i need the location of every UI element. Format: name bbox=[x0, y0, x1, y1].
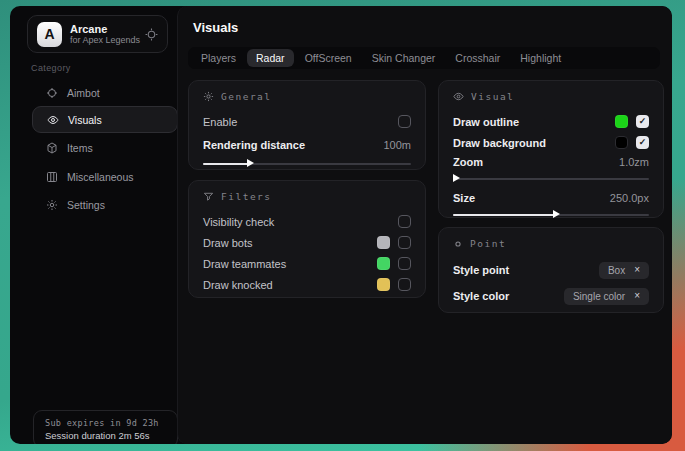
eye-icon bbox=[453, 91, 464, 102]
draw-teammates-row: Draw teammates bbox=[203, 253, 411, 274]
tab-offscreen[interactable]: OffScreen bbox=[296, 49, 361, 67]
draw-outline-color-swatch[interactable] bbox=[615, 115, 628, 128]
focus-target-icon[interactable] bbox=[145, 28, 158, 41]
tab-highlight[interactable]: Highlight bbox=[511, 49, 570, 67]
crosshair-icon bbox=[46, 87, 58, 99]
draw-background-row: Draw background ✓ bbox=[453, 132, 649, 153]
tab-strip: Players Radar OffScreen Skin Changer Cro… bbox=[188, 47, 660, 69]
visibility-check-checkbox[interactable] bbox=[398, 215, 411, 228]
visibility-check-label: Visibility check bbox=[203, 216, 274, 228]
general-card-title: General bbox=[221, 91, 272, 102]
sun-icon bbox=[203, 91, 214, 102]
sidebar-item-label: Aimbot bbox=[67, 87, 100, 99]
slider-fill bbox=[203, 163, 249, 165]
sidebar-item-items[interactable]: Items bbox=[32, 134, 178, 161]
filters-card-header: Filters bbox=[203, 191, 411, 202]
style-point-label: Style point bbox=[453, 264, 509, 276]
size-slider[interactable] bbox=[453, 210, 649, 219]
rendering-distance-label: Rendering distance bbox=[203, 139, 305, 151]
main-panel: Visuals Players Radar OffScreen Skin Cha… bbox=[177, 6, 672, 444]
sidebar-item-label: Visuals bbox=[68, 114, 102, 126]
zoom-label: Zoom bbox=[453, 156, 483, 168]
draw-background-label: Draw background bbox=[453, 137, 546, 149]
draw-knocked-checkbox[interactable] bbox=[398, 278, 411, 291]
style-color-label: Style color bbox=[453, 290, 509, 302]
draw-background-checkbox[interactable]: ✓ bbox=[636, 136, 649, 149]
close-icon[interactable]: × bbox=[634, 291, 640, 301]
sidebar-item-aimbot[interactable]: Aimbot bbox=[32, 79, 178, 106]
tab-radar[interactable]: Radar bbox=[247, 49, 294, 67]
draw-teammates-label: Draw teammates bbox=[203, 258, 286, 270]
gear-icon bbox=[46, 199, 58, 211]
app-title: Arcane bbox=[70, 23, 137, 36]
style-color-select[interactable]: Single color × bbox=[564, 288, 649, 305]
size-value: 250.0px bbox=[610, 192, 649, 204]
rendering-distance-row: Rendering distance 100m bbox=[203, 134, 411, 155]
sidebar: A Arcane for Apex Legends Category bbox=[10, 6, 177, 444]
style-color-row: Style color Single color × bbox=[453, 284, 649, 308]
point-card: Point Style point Box × Style color Sing… bbox=[438, 227, 664, 313]
session-info-card: Sub expires in 9d 23h Session duration 2… bbox=[33, 410, 178, 444]
draw-teammates-color-swatch[interactable] bbox=[377, 257, 390, 270]
enable-row: Enable bbox=[203, 111, 411, 132]
zoom-row: Zoom 1.0zm bbox=[453, 153, 649, 170]
draw-outline-checkbox[interactable]: ✓ bbox=[636, 115, 649, 128]
sidebar-item-visuals[interactable]: Visuals bbox=[32, 106, 178, 133]
draw-bots-color-swatch[interactable] bbox=[377, 236, 390, 249]
slider-thumb[interactable] bbox=[247, 159, 254, 167]
category-label: Category bbox=[31, 63, 71, 73]
filters-card: Filters Visibility check Draw bots Draw … bbox=[188, 180, 426, 298]
size-row: Size 250.0px bbox=[453, 189, 649, 206]
app-window: A Arcane for Apex Legends Category bbox=[10, 6, 672, 444]
sidebar-item-settings[interactable]: Settings bbox=[32, 191, 178, 218]
draw-outline-label: Draw outline bbox=[453, 116, 519, 128]
app-logo: A bbox=[37, 22, 62, 47]
tab-players[interactable]: Players bbox=[192, 49, 245, 67]
visual-card-title: Visual bbox=[471, 91, 514, 102]
point-card-header: Point bbox=[453, 238, 649, 249]
rendering-distance-value: 100m bbox=[383, 139, 411, 151]
slider-fill bbox=[453, 214, 555, 216]
draw-knocked-label: Draw knocked bbox=[203, 279, 273, 291]
app-subtitle: for Apex Legends bbox=[70, 35, 137, 45]
visual-card-header: Visual bbox=[453, 91, 649, 102]
sidebar-item-label: Miscellaneous bbox=[67, 171, 134, 183]
enable-checkbox[interactable] bbox=[398, 115, 411, 128]
draw-bots-checkbox[interactable] bbox=[398, 236, 411, 249]
size-label: Size bbox=[453, 192, 475, 204]
sub-expires-text: Sub expires in 9d 23h bbox=[45, 418, 166, 428]
grid-icon bbox=[46, 171, 58, 183]
slider-thumb[interactable] bbox=[553, 210, 560, 218]
point-icon bbox=[453, 239, 463, 249]
style-point-select[interactable]: Box × bbox=[599, 262, 649, 279]
style-point-value: Box bbox=[608, 265, 625, 276]
point-card-title: Point bbox=[470, 238, 506, 249]
rendering-distance-slider[interactable] bbox=[203, 159, 411, 168]
filters-card-title: Filters bbox=[221, 191, 272, 202]
eye-icon bbox=[47, 114, 59, 126]
style-point-row: Style point Box × bbox=[453, 258, 649, 282]
draw-outline-row: Draw outline ✓ bbox=[453, 111, 649, 132]
close-icon[interactable]: × bbox=[634, 265, 640, 275]
sidebar-item-miscellaneous[interactable]: Miscellaneous bbox=[32, 163, 178, 190]
page-title: Visuals bbox=[193, 20, 238, 35]
draw-bots-row: Draw bots bbox=[203, 232, 411, 253]
slider-thumb[interactable] bbox=[453, 174, 460, 182]
draw-knocked-color-swatch[interactable] bbox=[377, 278, 390, 291]
general-card: General Enable Rendering distance 100m bbox=[188, 80, 426, 170]
box-icon bbox=[46, 142, 58, 154]
tab-skin-changer[interactable]: Skin Changer bbox=[363, 49, 445, 67]
session-duration-text: Session duration 2m 56s bbox=[45, 430, 166, 441]
draw-background-color-swatch[interactable] bbox=[615, 136, 628, 149]
zoom-value: 1.0zm bbox=[619, 156, 649, 168]
app-names: Arcane for Apex Legends bbox=[70, 23, 137, 46]
funnel-icon bbox=[203, 191, 214, 202]
visibility-check-row: Visibility check bbox=[203, 211, 411, 232]
tab-crosshair[interactable]: Crosshair bbox=[446, 49, 509, 67]
app-header-card: A Arcane for Apex Legends bbox=[27, 15, 168, 53]
style-color-value: Single color bbox=[573, 291, 625, 302]
draw-knocked-row: Draw knocked bbox=[203, 274, 411, 295]
sidebar-item-label: Items bbox=[67, 142, 93, 154]
zoom-slider[interactable] bbox=[453, 174, 649, 183]
draw-teammates-checkbox[interactable] bbox=[398, 257, 411, 270]
